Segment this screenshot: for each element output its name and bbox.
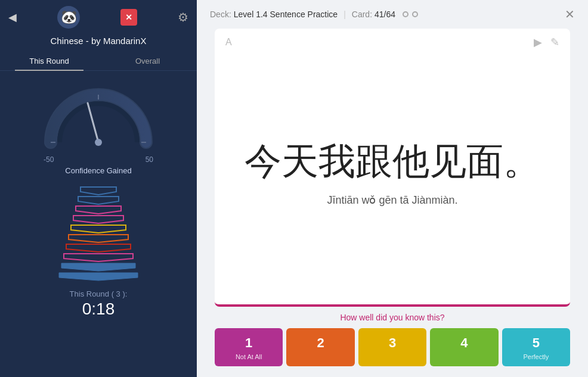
card-area: A ▶ ✎ 今天我跟他见面。 Jīntiān wǒ gēn tā Jiànmià… <box>197 29 588 307</box>
chevron-5 <box>69 224 128 233</box>
gauge-container <box>39 83 158 154</box>
confidence-label: Confidence Gained <box>65 166 131 175</box>
card-indicators <box>403 11 418 17</box>
tab-overall[interactable]: Overall <box>98 52 197 70</box>
close-icon: ✕ <box>125 13 132 22</box>
svg-marker-12 <box>64 254 133 261</box>
tab-this-round[interactable]: This Round <box>0 52 98 70</box>
back-icon: ◀ <box>8 11 17 24</box>
svg-marker-13 <box>61 263 135 271</box>
card-side-label: A <box>225 37 232 48</box>
chevron-1 <box>78 186 119 195</box>
chevron-7 <box>64 243 133 253</box>
rating-buttons: 1 Not At All 2 3 4 5 Perfectly <box>215 328 570 366</box>
gear-button[interactable]: ⚙ <box>178 10 188 24</box>
deck-name: Level 1.4 Sentence Practice <box>234 10 338 19</box>
avatar: 🐼 <box>57 6 80 29</box>
card-value: 41/64 <box>375 10 395 19</box>
svg-marker-6 <box>78 197 119 204</box>
svg-point-1 <box>95 139 102 146</box>
card-actions: ▶ ✎ <box>534 36 559 49</box>
rating-area: How well did you know this? 1 Not At All… <box>197 307 588 377</box>
svg-marker-14 <box>59 273 138 281</box>
svg-marker-11 <box>66 244 131 252</box>
gauge-min: -50 <box>44 155 54 164</box>
svg-marker-7 <box>76 206 121 214</box>
chevron-2 <box>76 195 121 205</box>
chevron-3 <box>73 205 123 214</box>
card-box: A ▶ ✎ 今天我跟他见面。 Jīntiān wǒ gēn tā Jiànmià… <box>215 29 570 307</box>
rating-num-2: 2 <box>317 335 324 351</box>
right-panel: Deck: Level 1.4 Sentence Practice | Card… <box>197 0 588 377</box>
pinyin-text: Jīntiān wǒ gēn tā Jiànmiàn. <box>327 194 457 207</box>
rating-button-4[interactable]: 4 <box>430 328 498 366</box>
svg-marker-9 <box>71 225 126 233</box>
play-button[interactable]: ▶ <box>534 36 542 49</box>
card-top-bar: A ▶ ✎ <box>215 29 570 54</box>
card-label: Card: <box>352 10 372 19</box>
round-label: This Round ( 3 ): <box>70 289 128 298</box>
dot-1 <box>403 11 408 17</box>
svg-marker-10 <box>69 235 128 242</box>
rating-num-3: 3 <box>389 335 396 351</box>
dot-2 <box>412 11 418 17</box>
rating-label-5: Perfectly <box>523 353 549 360</box>
rating-num-5: 5 <box>533 335 540 351</box>
chevron-10 <box>57 272 140 281</box>
rating-num-1: 1 <box>245 335 252 351</box>
rating-button-3[interactable]: 3 <box>358 328 426 366</box>
deck-title: Chinese - by MandarinX <box>51 36 147 46</box>
rating-button-1[interactable]: 1 Not At All <box>215 328 283 366</box>
close-red-button[interactable]: ✕ <box>120 9 137 26</box>
rating-button-5[interactable]: 5 Perfectly <box>502 328 570 366</box>
round-time: 0:18 <box>82 300 115 319</box>
edit-button[interactable]: ✎ <box>550 36 559 49</box>
rating-question: How well did you know this? <box>340 313 444 322</box>
tabs: This Round Overall <box>0 52 197 71</box>
chevron-6 <box>66 233 131 243</box>
gauge-max: 50 <box>146 155 153 164</box>
chevron-stack <box>57 186 140 281</box>
card-content: 今天我跟他见面。 Jīntiān wǒ gēn tā Jiànmiàn. <box>215 54 570 304</box>
svg-marker-8 <box>73 216 123 223</box>
gauge-svg <box>39 83 158 154</box>
avatar-icon: 🐼 <box>61 10 77 25</box>
gear-icon: ⚙ <box>178 11 188 24</box>
chevron-4 <box>71 214 126 224</box>
back-button[interactable]: ◀ <box>8 11 17 24</box>
rating-num-4: 4 <box>460 335 468 351</box>
left-header: ◀ 🐼 ✕ ⚙ <box>0 0 197 35</box>
deck-label: Deck: <box>210 10 231 19</box>
left-panel: ◀ 🐼 ✕ ⚙ Chinese - by MandarinX This Roun… <box>0 0 197 377</box>
svg-line-0 <box>88 103 98 142</box>
rating-button-2[interactable]: 2 <box>286 328 354 366</box>
header-deck-info: Deck: Level 1.4 Sentence Practice | Card… <box>210 10 418 19</box>
chinese-text: 今天我跟他见面。 <box>245 139 540 183</box>
chevron-8 <box>61 253 135 262</box>
rating-label-1: Not At All <box>236 353 262 360</box>
chevron-9 <box>59 262 138 272</box>
svg-marker-5 <box>81 187 116 195</box>
close-panel-button[interactable]: ✕ <box>565 7 575 21</box>
right-header: Deck: Level 1.4 Sentence Practice | Card… <box>197 0 588 29</box>
gauge-labels: -50 50 <box>39 155 158 164</box>
